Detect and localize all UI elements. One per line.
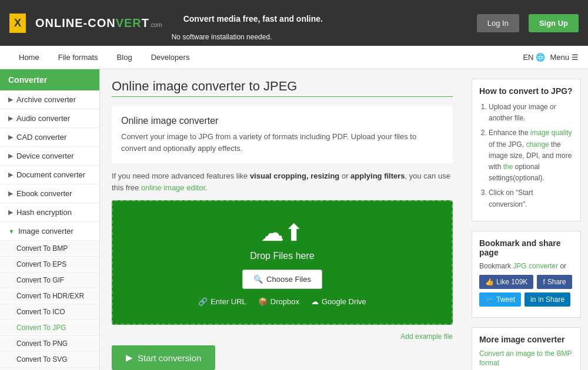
login-button[interactable]: Log In xyxy=(477,14,519,32)
sidebar-item-hash[interactable]: ▶ Hash encryption xyxy=(0,203,99,222)
fb-share-icon: f xyxy=(543,278,544,286)
sidebar-item-label: Archive converter xyxy=(16,95,76,104)
right-sidebar: How to convert to JPG? Upload your image… xyxy=(465,69,588,370)
more-link-bmp[interactable]: Convert an image to the BMP format xyxy=(479,349,573,369)
intro-box: Online image converter Convert your imag… xyxy=(112,106,453,163)
linkedin-icon: in xyxy=(530,295,536,304)
nav-developers[interactable]: Developers xyxy=(142,46,199,69)
upload-area[interactable]: ☁⬆ Drop Files here 🔍 Choose Files 🔗 Ente… xyxy=(112,200,453,325)
choose-files-label: Choose Files xyxy=(266,275,311,284)
sidebar-sub-svg[interactable]: Convert To SVG xyxy=(0,352,99,368)
start-conversion-label: Start conversion xyxy=(138,353,201,363)
sidebar-item-image[interactable]: ▼ Image converter xyxy=(0,222,99,241)
how-to-title: How to convert to JPG? xyxy=(479,86,573,96)
bookmark-text: Bookmark JPG converter or xyxy=(479,262,573,270)
logo-com: .com xyxy=(149,22,162,28)
sidebar-item-label: Device converter xyxy=(16,152,74,160)
sidebar-sub-image: Convert To BMP Convert To EPS Convert To… xyxy=(0,241,99,370)
sidebar-sub-ico[interactable]: Convert To ICO xyxy=(0,304,99,320)
arrow-icon: ▶ xyxy=(8,96,13,103)
like-label: Like 109K xyxy=(496,278,527,286)
social-row-1: 👍 Like 109K f Share xyxy=(479,275,573,289)
advanced-features: visual cropping, resizing xyxy=(250,171,339,180)
header: X ONLINE-CONVERT .com Convert media free… xyxy=(0,0,588,46)
sidebar-item-label: Document converter xyxy=(16,170,85,179)
how-to-step-3: Click on "Start conversion". xyxy=(489,187,573,210)
signup-button[interactable]: Sign Up xyxy=(529,14,579,32)
bookmark-title: Bookmark and share page xyxy=(479,238,573,257)
logo-name: ONLINE-CONVERT xyxy=(35,16,149,30)
sidebar-title: Converter xyxy=(0,69,99,90)
more-links-list: Convert an image to the BMP format Conve… xyxy=(479,349,573,370)
menu-icon: ☰ xyxy=(572,53,579,62)
nav-home[interactable]: Home xyxy=(9,46,49,69)
search-icon: 🔍 xyxy=(253,275,263,284)
dropbox-link[interactable]: 📦 Dropbox xyxy=(258,297,299,306)
logo-text: ONLINE-CONVERT .com xyxy=(35,16,162,30)
optional-link[interactable]: the xyxy=(503,163,513,171)
bookmark-box: Bookmark and share page Bookmark JPG con… xyxy=(472,231,581,318)
how-to-step-2: Enhance the image quality of the JPG, ch… xyxy=(489,127,573,184)
sidebar-item-cad[interactable]: ▶ CAD converter xyxy=(0,128,99,147)
navigation: Home File formats Blog Developers EN 🌐 M… xyxy=(0,46,588,69)
sidebar-item-ebook[interactable]: ▶ Ebook converter xyxy=(0,184,99,203)
nav-blog[interactable]: Blog xyxy=(108,46,142,69)
drop-files-text: Drop Files here xyxy=(125,251,440,261)
change-link[interactable]: change xyxy=(526,140,549,149)
arrow-icon: ▶ xyxy=(8,208,13,216)
sidebar-sub-hdr[interactable]: Convert To HDR/EXR xyxy=(0,288,99,304)
main-content: Online image converter to JPEG Online im… xyxy=(100,69,465,370)
choose-files-button[interactable]: 🔍 Choose Files xyxy=(242,270,322,289)
nav-right: EN 🌐 Menu ☰ xyxy=(523,53,579,62)
arrow-icon: ▶ xyxy=(8,115,13,122)
start-conversion-button[interactable]: ▶ Start conversion xyxy=(112,345,215,370)
sidebar-item-device[interactable]: ▶ Device converter xyxy=(0,147,99,166)
editor-link[interactable]: online image editor xyxy=(141,183,205,192)
sidebar-item-label: Ebook converter xyxy=(16,189,72,198)
globe-icon: 🌐 xyxy=(536,53,545,62)
sidebar-sub-eps[interactable]: Convert To EPS xyxy=(0,257,99,273)
more-converters-title: More image converter xyxy=(479,335,573,344)
sidebar-sub-gif[interactable]: Convert To GIF xyxy=(0,273,99,288)
logo-box: X xyxy=(9,14,26,33)
sidebar-sub-png[interactable]: Convert To PNG xyxy=(0,336,99,352)
social-row-2: 🐦 Tweet in in Share xyxy=(479,292,573,307)
arrow-icon: ▶ xyxy=(8,152,13,160)
language-selector[interactable]: EN 🌐 xyxy=(523,53,545,62)
facebook-share-button[interactable]: f Share xyxy=(537,275,572,289)
sidebar-item-label: Hash encryption xyxy=(16,208,72,217)
sidebar-sub-bmp[interactable]: Convert To BMP xyxy=(0,241,99,257)
enter-url-link[interactable]: 🔗 Enter URL xyxy=(198,297,246,306)
more-converters-box: More image converter Convert an image to… xyxy=(472,327,581,370)
sidebar-item-audio[interactable]: ▶ Audio converter xyxy=(0,109,99,128)
twitter-tweet-button[interactable]: 🐦 Tweet xyxy=(479,292,521,307)
gdrive-icon: ☁ xyxy=(311,297,319,306)
arrow-down-icon: ▼ xyxy=(8,228,15,235)
advanced-text: If you need more advanced features like … xyxy=(112,170,453,193)
upload-cloud-icon: ☁⬆ xyxy=(125,219,440,246)
how-to-box: How to convert to JPG? Upload your image… xyxy=(472,79,581,221)
jpg-converter-link[interactable]: JPG converter xyxy=(513,262,558,270)
sidebar-item-label: Audio converter xyxy=(16,114,70,123)
page-divider xyxy=(112,96,453,97)
sidebar-sub-tga[interactable]: Convert To TGA xyxy=(0,368,99,370)
logo-x-icon: X xyxy=(14,17,21,29)
sidebar-item-label: CAD converter xyxy=(16,133,66,142)
sidebar-sub-jpg[interactable]: Convert To JPG xyxy=(0,320,99,336)
add-example-link[interactable]: Add example file xyxy=(400,332,453,341)
arrow-icon: ▶ xyxy=(8,190,13,197)
menu-button[interactable]: Menu ☰ xyxy=(550,53,579,62)
facebook-like-button[interactable]: 👍 Like 109K xyxy=(479,275,533,289)
nav-file-formats[interactable]: File formats xyxy=(49,46,108,69)
image-quality-link[interactable]: image quality xyxy=(530,129,572,137)
intro-title: Online image converter xyxy=(121,116,443,126)
sidebar-item-archive[interactable]: ▶ Archive converter xyxy=(0,90,99,109)
tagline-sub: No software installation needed. xyxy=(172,33,467,41)
gdrive-link[interactable]: ☁ Google Drive xyxy=(311,297,366,306)
arrow-icon: ▶ xyxy=(8,133,13,141)
linkedin-share-button[interactable]: in in Share xyxy=(524,292,570,307)
play-icon: ▶ xyxy=(126,352,133,363)
twitter-icon: 🐦 xyxy=(485,295,494,304)
upload-links: 🔗 Enter URL 📦 Dropbox ☁ Google Drive xyxy=(125,297,440,306)
sidebar-item-document[interactable]: ▶ Document converter xyxy=(0,166,99,184)
